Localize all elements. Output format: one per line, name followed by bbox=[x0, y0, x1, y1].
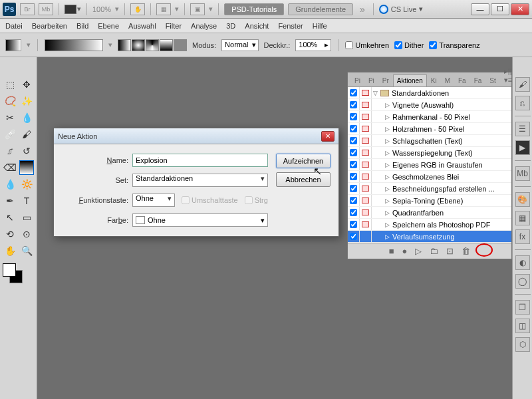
dock-swatch-icon[interactable]: ▦ bbox=[515, 211, 530, 225]
opacity-input[interactable]: 100%▸ bbox=[295, 39, 331, 51]
stamp-tool[interactable]: ⎎ bbox=[3, 144, 17, 158]
row-checkbox[interactable] bbox=[350, 149, 357, 156]
brush-tool[interactable]: 🖌 bbox=[19, 127, 34, 142]
pen-tool[interactable]: ✒ bbox=[3, 194, 17, 208]
new-set-button[interactable]: 🗀 bbox=[430, 246, 438, 256]
row-checkbox[interactable] bbox=[350, 137, 357, 144]
zoom-level[interactable]: 100% bbox=[92, 5, 111, 13]
record-button[interactable]: Aufzeichnen bbox=[276, 154, 331, 168]
row-checkbox[interactable] bbox=[350, 89, 357, 96]
stop-button[interactable]: ■ bbox=[389, 246, 394, 256]
dialog-titlebar[interactable]: Neue Aktion ✕ bbox=[54, 128, 338, 144]
action-item[interactable]: ▷Quadrantfarben bbox=[372, 207, 511, 218]
action-item[interactable]: ▷Sepia-Toning (Ebene) bbox=[372, 195, 511, 206]
gradient-preview[interactable] bbox=[45, 39, 103, 51]
dock-mb-icon[interactable]: Mb bbox=[515, 166, 530, 181]
gradient-linear[interactable] bbox=[118, 39, 131, 51]
action-item[interactable]: ▷Eigenes RGB in Graustufen bbox=[372, 159, 511, 170]
menu-ebene[interactable]: Ebene bbox=[98, 22, 119, 30]
shape-tool[interactable]: ▭ bbox=[19, 210, 34, 225]
action-item[interactable]: ▷Verlaufsumsetzung bbox=[372, 231, 511, 242]
row-dialog-toggle[interactable] bbox=[360, 183, 372, 194]
heal-tool[interactable]: 🩹 bbox=[3, 127, 17, 142]
dock-adjust-icon[interactable]: ◐ bbox=[515, 255, 530, 270]
gradient-diamond[interactable] bbox=[174, 39, 187, 51]
row-dialog-toggle[interactable] bbox=[360, 159, 372, 170]
dock-paths-icon[interactable]: ⬡ bbox=[515, 337, 530, 352]
action-item[interactable]: ▷Vignette (Auswahl) bbox=[372, 99, 511, 110]
row-checkbox[interactable] bbox=[350, 197, 357, 204]
dock-color-icon[interactable]: 🎨 bbox=[515, 192, 530, 207]
panel-tab[interactable]: M bbox=[441, 74, 454, 86]
menu-datei[interactable]: Datei bbox=[5, 22, 23, 30]
dock-actions-icon[interactable]: ▶ bbox=[515, 140, 530, 155]
action-item[interactable]: ▷Schlagschatten (Text) bbox=[372, 135, 511, 146]
dock-clone-icon[interactable]: ⎌ bbox=[515, 96, 530, 110]
gradient-tool[interactable] bbox=[19, 160, 34, 175]
menu-bearbeiten[interactable]: Bearbeiten bbox=[32, 22, 67, 30]
name-input[interactable] bbox=[132, 154, 268, 167]
action-item[interactable]: ▷Geschmolzenes Blei bbox=[372, 171, 511, 182]
row-checkbox[interactable] bbox=[350, 125, 357, 132]
dock-mask-icon[interactable]: ◯ bbox=[515, 274, 530, 289]
row-checkbox[interactable] bbox=[350, 209, 357, 216]
transparenz-checkbox[interactable]: Transparenz bbox=[429, 41, 479, 49]
row-dialog-toggle[interactable] bbox=[360, 111, 372, 122]
doc-tab-active[interactable]: PSD-Tutorials bbox=[224, 3, 284, 15]
row-dialog-toggle[interactable] bbox=[360, 207, 372, 218]
panel-overflow-icon[interactable]: ▸|| ▾≡ bbox=[500, 65, 516, 86]
doc-tab[interactable]: Grundelemente bbox=[288, 3, 353, 15]
row-dialog-toggle[interactable] bbox=[360, 123, 372, 134]
record-button[interactable]: ● bbox=[402, 246, 408, 256]
marquee-tool[interactable]: ⬚ bbox=[3, 77, 17, 92]
history-brush-tool[interactable]: ↺ bbox=[19, 144, 34, 158]
panel-tab-aktionen[interactable]: Aktionen bbox=[393, 74, 427, 86]
row-dialog-toggle[interactable] bbox=[360, 147, 372, 158]
menu-bild[interactable]: Bild bbox=[76, 22, 88, 30]
action-item[interactable]: ▷Rahmenkanal - 50 Pixel bbox=[372, 111, 511, 122]
menu-3d[interactable]: 3D bbox=[226, 22, 235, 30]
zoom-tool[interactable]: 🔍 bbox=[19, 243, 34, 258]
new-action-button[interactable]: ⊡ bbox=[446, 246, 454, 256]
row-checkbox[interactable] bbox=[350, 185, 357, 192]
hand-icon[interactable]: ✋ bbox=[130, 3, 145, 15]
gradient-reflected[interactable] bbox=[160, 39, 173, 51]
delete-button[interactable]: 🗑 bbox=[462, 246, 470, 256]
row-dialog-toggle[interactable] bbox=[360, 219, 372, 230]
gradient-angle[interactable] bbox=[146, 39, 159, 51]
dock-brush-icon[interactable]: 🖌 bbox=[515, 77, 530, 92]
3d-tool[interactable]: ⟲ bbox=[3, 227, 17, 241]
cslive-button[interactable]: CS Live▾ bbox=[379, 5, 424, 14]
menu-fenster[interactable]: Fenster bbox=[278, 22, 303, 30]
action-item[interactable]: ▷Wasserspiegelung (Text) bbox=[372, 147, 511, 158]
menu-analyse[interactable]: Analyse bbox=[191, 22, 217, 30]
cancel-button[interactable]: Abbrechen bbox=[276, 172, 331, 187]
blur-tool[interactable]: 💧 bbox=[3, 177, 17, 192]
menu-auswahl[interactable]: Auswahl bbox=[128, 22, 156, 30]
action-item[interactable]: ▷Beschneidungspfad erstellen ... bbox=[372, 183, 511, 194]
panel-tab[interactable]: Ki bbox=[427, 74, 441, 86]
dither-checkbox[interactable]: Dither bbox=[394, 41, 424, 49]
close-button[interactable]: ✕ bbox=[511, 3, 529, 15]
row-checkbox[interactable] bbox=[350, 161, 357, 168]
dock-history-icon[interactable]: ☰ bbox=[515, 122, 530, 136]
maximize-button[interactable]: ☐ bbox=[491, 3, 509, 15]
move-tool[interactable]: ✥ bbox=[19, 77, 34, 92]
row-checkbox[interactable] bbox=[350, 233, 357, 240]
bridge-icon[interactable]: Br bbox=[20, 3, 35, 15]
menu-filter[interactable]: Filter bbox=[166, 22, 182, 30]
panel-tab[interactable]: Fa bbox=[454, 74, 470, 86]
panel-tab[interactable]: St bbox=[485, 74, 499, 86]
filmstrip-icon[interactable]: ▾ bbox=[65, 5, 81, 14]
minibridge-icon[interactable]: Mb bbox=[39, 3, 53, 15]
set-select[interactable]: Standardaktionen bbox=[132, 174, 268, 187]
umkehren-checkbox[interactable]: Umkehren bbox=[345, 41, 389, 49]
row-dialog-toggle[interactable] bbox=[360, 135, 372, 146]
crop-tool[interactable]: ✂ bbox=[3, 110, 17, 125]
action-item[interactable]: ▷Holzrahmen - 50 Pixel bbox=[372, 123, 511, 134]
play-button[interactable]: ▷ bbox=[415, 246, 422, 256]
panel-tab[interactable]: Pr bbox=[378, 74, 393, 86]
row-checkbox[interactable] bbox=[350, 113, 357, 120]
row-dialog-toggle[interactable] bbox=[360, 87, 372, 98]
row-dialog-toggle[interactable] bbox=[360, 99, 372, 110]
